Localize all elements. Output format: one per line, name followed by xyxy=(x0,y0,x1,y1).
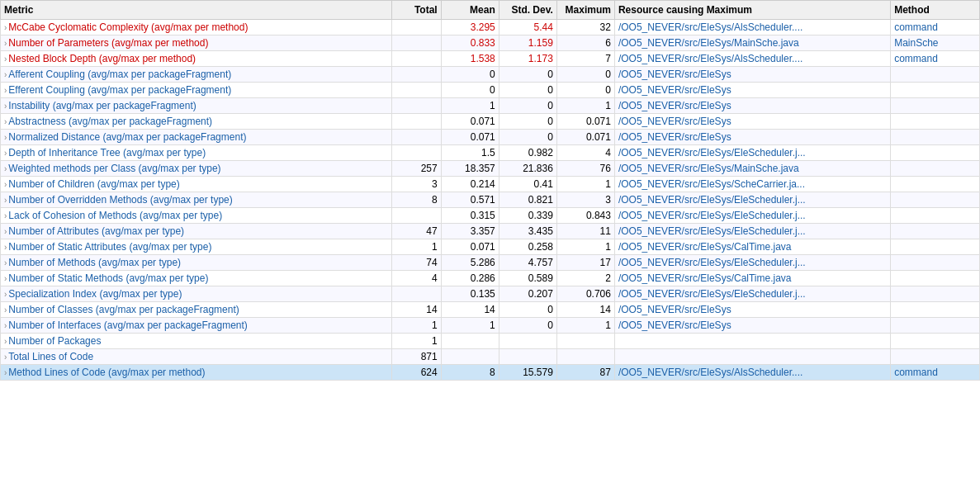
mean-value: 1 xyxy=(441,98,499,114)
table-row[interactable]: ›Specialization Index (avg/max per type)… xyxy=(1,286,980,302)
expand-icon[interactable]: › xyxy=(4,227,7,236)
table-row[interactable]: ›Total Lines of Code871 xyxy=(1,349,980,365)
expand-icon[interactable]: › xyxy=(4,149,7,158)
metric-label: Afferent Coupling (avg/max per packageFr… xyxy=(8,69,231,80)
table-row[interactable]: ›Instability (avg/max per packageFragmen… xyxy=(1,98,980,114)
mean-value: 3.295 xyxy=(441,20,499,35)
expand-icon[interactable]: › xyxy=(4,211,7,220)
total-value xyxy=(392,83,441,98)
expand-icon[interactable]: › xyxy=(4,39,7,48)
table-row[interactable]: ›McCabe Cyclomatic Complexity (avg/max p… xyxy=(1,20,980,35)
metric-cell: ›Total Lines of Code xyxy=(1,349,392,365)
metric-label: Normalized Distance (avg/max per package… xyxy=(8,131,246,143)
mean-value: 0 xyxy=(441,83,499,98)
total-value xyxy=(392,20,441,35)
table-row[interactable]: ›Number of Classes (avg/max per packageF… xyxy=(1,302,980,318)
metric-label: McCabe Cyclomatic Complexity (avg/max pe… xyxy=(8,21,248,33)
expand-icon[interactable]: › xyxy=(4,70,7,79)
table-row[interactable]: ›Number of Attributes (avg/max per type)… xyxy=(1,224,980,239)
method-value xyxy=(891,255,980,271)
resource-value: /OO5_NEVER/src/EleSys xyxy=(614,302,890,318)
table-row[interactable]: ›Efferent Coupling (avg/max per packageF… xyxy=(1,83,980,98)
expand-icon[interactable]: › xyxy=(4,117,7,126)
table-row[interactable]: ›Abstractness (avg/max per packageFragme… xyxy=(1,114,980,130)
table-row[interactable]: ›Normalized Distance (avg/max per packag… xyxy=(1,130,980,145)
table-row[interactable]: ›Number of Static Attributes (avg/max pe… xyxy=(1,239,980,255)
maximum-value: 0 xyxy=(556,67,614,83)
expand-icon[interactable]: › xyxy=(4,321,7,330)
stddev-value: 4.757 xyxy=(499,255,556,271)
maximum-value: 11 xyxy=(556,224,614,239)
table-row[interactable]: ›Lack of Cohesion of Methods (avg/max pe… xyxy=(1,208,980,224)
resource-value: /OO5_NEVER/src/EleSys/AlsScheduler.... xyxy=(614,20,890,35)
metric-cell: ›Specialization Index (avg/max per type) xyxy=(1,286,392,302)
stddev-value: 0.41 xyxy=(499,177,556,192)
metric-cell: ›Instability (avg/max per packageFragmen… xyxy=(1,98,392,114)
metric-cell: ›Number of Parameters (avg/max per metho… xyxy=(1,35,392,51)
table-row[interactable]: ›Weighted methods per Class (avg/max per… xyxy=(1,161,980,177)
method-value xyxy=(891,239,980,255)
stddev-value: 0 xyxy=(499,130,556,145)
metric-label: Specialization Index (avg/max per type) xyxy=(8,288,182,300)
expand-icon[interactable]: › xyxy=(4,86,7,95)
resource-value: /OO5_NEVER/src/EleSys xyxy=(614,318,890,334)
expand-icon[interactable]: › xyxy=(4,274,7,283)
expand-icon[interactable]: › xyxy=(4,133,7,142)
table-row[interactable]: ›Number of Overridden Methods (avg/max p… xyxy=(1,192,980,208)
total-value: 47 xyxy=(392,224,441,239)
expand-icon[interactable]: › xyxy=(4,102,7,111)
maximum-value: 7 xyxy=(556,51,614,67)
metric-cell: ›Number of Static Methods (avg/max per t… xyxy=(1,271,392,286)
expand-icon[interactable]: › xyxy=(4,290,7,299)
table-row[interactable]: ›Number of Interfaces (avg/max per packa… xyxy=(1,318,980,334)
table-row[interactable]: ›Number of Methods (avg/max per type)745… xyxy=(1,255,980,271)
table-row[interactable]: ›Nested Block Depth (avg/max per method)… xyxy=(1,51,980,67)
resource-value: /OO5_NEVER/src/EleSys/EleScheduler.j... xyxy=(614,224,890,239)
mean-value: 1.538 xyxy=(441,51,499,67)
table-row[interactable]: ›Afferent Coupling (avg/max per packageF… xyxy=(1,67,980,83)
metric-label: Number of Static Attributes (avg/max per… xyxy=(8,241,211,253)
expand-icon[interactable]: › xyxy=(4,368,7,377)
table-row[interactable]: ›Number of Children (avg/max per type)30… xyxy=(1,177,980,192)
expand-icon[interactable]: › xyxy=(4,243,7,252)
expand-icon[interactable]: › xyxy=(4,23,7,32)
table-row[interactable]: ›Number of Packages1 xyxy=(1,334,980,349)
expand-icon[interactable]: › xyxy=(4,164,7,173)
stddev-value: 0.258 xyxy=(499,239,556,255)
resource-value: /OO5_NEVER/src/EleSys xyxy=(614,130,890,145)
metric-cell: ›Number of Attributes (avg/max per type) xyxy=(1,224,392,239)
metric-label: Number of Parameters (avg/max per method… xyxy=(8,37,208,49)
expand-icon[interactable]: › xyxy=(4,337,7,346)
stddev-value: 0.207 xyxy=(499,286,556,302)
expand-icon[interactable]: › xyxy=(4,54,7,64)
metric-cell: ›Number of Static Attributes (avg/max pe… xyxy=(1,239,392,255)
expand-icon[interactable]: › xyxy=(4,353,7,362)
table-row[interactable]: ›Number of Static Methods (avg/max per t… xyxy=(1,271,980,286)
total-value xyxy=(392,208,441,224)
method-value xyxy=(891,224,980,239)
metric-label: Abstractness (avg/max per packageFragmen… xyxy=(8,116,212,127)
metric-cell: ›Number of Overridden Methods (avg/max p… xyxy=(1,192,392,208)
stddev-value: 0 xyxy=(499,67,556,83)
method-value xyxy=(891,208,980,224)
total-value xyxy=(392,35,441,51)
method-value: command xyxy=(891,20,980,35)
total-value: 14 xyxy=(392,302,441,318)
expand-icon[interactable]: › xyxy=(4,305,7,315)
metric-label: Lack of Cohesion of Methods (avg/max per… xyxy=(8,210,222,221)
metric-cell: ›McCabe Cyclomatic Complexity (avg/max p… xyxy=(1,20,392,35)
expand-icon[interactable]: › xyxy=(4,180,7,189)
expand-icon[interactable]: › xyxy=(4,196,7,205)
total-value: 871 xyxy=(392,349,441,365)
total-value xyxy=(392,130,441,145)
maximum-value: 4 xyxy=(556,145,614,161)
resource-value xyxy=(614,349,890,365)
mean-value: 8 xyxy=(441,365,499,381)
mean-value: 0.071 xyxy=(441,114,499,130)
table-row[interactable]: ›Depth of Inheritance Tree (avg/max per … xyxy=(1,145,980,161)
table-row[interactable]: ›Method Lines of Code (avg/max per metho… xyxy=(1,365,980,381)
maximum-value: 0.843 xyxy=(556,208,614,224)
expand-icon[interactable]: › xyxy=(4,258,7,267)
resource-value: /OO5_NEVER/src/EleSys/EleScheduler.j... xyxy=(614,255,890,271)
table-row[interactable]: ›Number of Parameters (avg/max per metho… xyxy=(1,35,980,51)
